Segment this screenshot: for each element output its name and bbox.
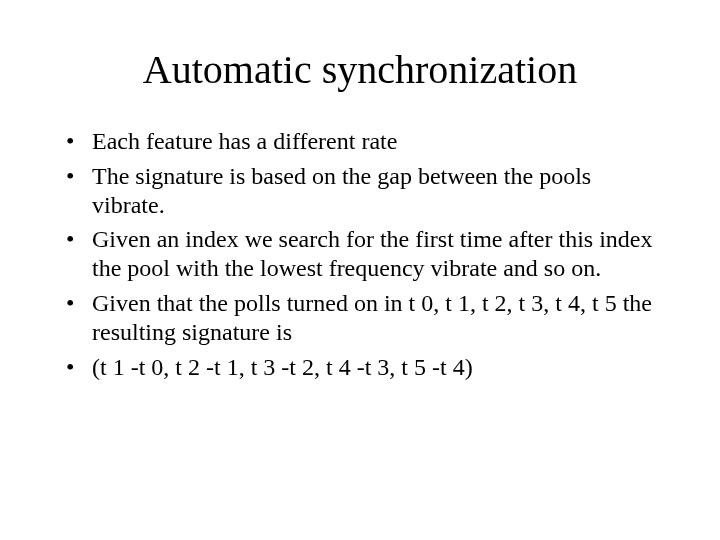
- list-item: Given that the polls turned on in t 0, t…: [66, 289, 660, 347]
- list-item: Given an index we search for the first t…: [66, 225, 660, 283]
- slide: Automatic synchronization Each feature h…: [0, 0, 720, 540]
- list-item: The signature is based on the gap betwee…: [66, 162, 660, 220]
- bullet-list: Each feature has a different rate The si…: [60, 127, 660, 381]
- list-item: (t 1 -t 0, t 2 -t 1, t 3 -t 2, t 4 -t 3,…: [66, 353, 660, 382]
- list-item: Each feature has a different rate: [66, 127, 660, 156]
- slide-title: Automatic synchronization: [60, 46, 660, 93]
